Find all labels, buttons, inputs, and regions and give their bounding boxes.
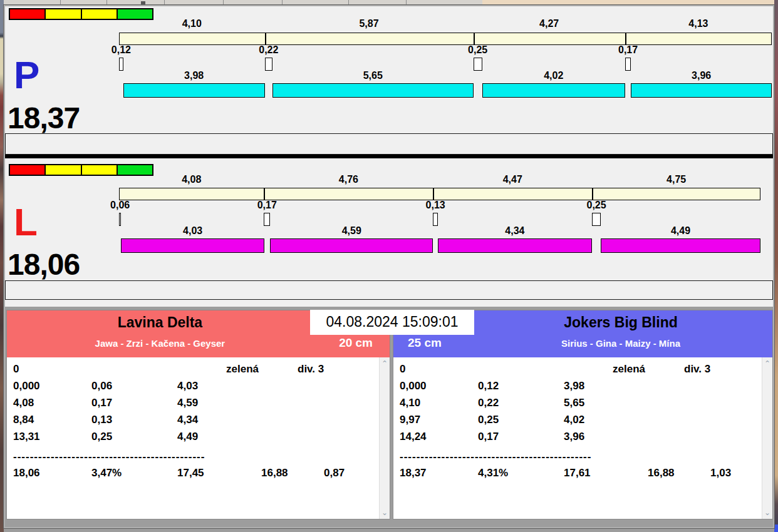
dog-time-label: 4,02: [544, 71, 563, 81]
lane-footer-strip: [5, 133, 773, 155]
table-cell: ----------------------------------------…: [400, 450, 616, 464]
table-row: 4,100,225,65: [393, 396, 772, 413]
table-cell: 0,12: [478, 379, 499, 393]
datetime-display: 04.08.2024 15:09:01: [310, 310, 474, 335]
table-cell: 8,84: [13, 413, 34, 427]
background-window-blue-fragment: [774, 524, 778, 532]
changeover-box: [433, 213, 437, 226]
table-cell: 18,06: [13, 466, 40, 480]
split-time-label: 4,27: [539, 19, 559, 29]
changeover-box: [592, 213, 601, 226]
split-time-bar: [119, 188, 760, 200]
results-rows: 0zelenádiv. 30,0000,123,984,100,225,659,…: [393, 362, 772, 483]
team-panel-right: Jokers Big Blind Sirius - Gina - Maizy -…: [393, 310, 773, 519]
changeover-time-label: 0,06: [110, 200, 130, 210]
flyball-timer-window: P18,374,100,123,985,870,225,654,270,254,…: [4, 5, 774, 528]
table-cell: 4,02: [564, 413, 584, 427]
green-light: [117, 165, 152, 175]
table-cell: 16,88: [648, 466, 675, 480]
split-time-label: 4,10: [182, 19, 202, 29]
changeover-time-label: 0,17: [618, 45, 638, 55]
table-cell: 17,61: [564, 466, 591, 480]
changeover-time-label: 0,25: [468, 45, 487, 55]
dog-time-bar: [482, 83, 625, 98]
table-cell: 1,03: [710, 466, 731, 480]
table-cell: div. 3: [684, 362, 710, 376]
table-row: 0,0000,123,98: [393, 379, 772, 396]
table-cell: div. 3: [298, 362, 324, 376]
changeover-box: [625, 58, 631, 71]
dog-time-bar: [272, 83, 473, 98]
results-table-right: 0zelenádiv. 30,0000,123,984,100,225,659,…: [393, 357, 772, 519]
lane-footer-strip: [5, 280, 773, 300]
yellow-light: [81, 165, 117, 175]
table-row: ----------------------------------------…: [393, 450, 772, 465]
table-cell: 4,49: [177, 430, 198, 444]
dog-time-label: 4,49: [671, 226, 690, 236]
table-cell: 16,88: [261, 466, 288, 480]
dog-time-bar: [601, 238, 760, 253]
results-table-left: 0zelenádiv. 30,0000,064,034,080,174,598,…: [7, 357, 390, 519]
table-cell: 0,25: [478, 413, 499, 427]
table-row: 18,063,47%17,4516,880,87: [7, 466, 390, 483]
table-cell: 4,34: [177, 413, 198, 427]
scroll-down-icon[interactable]: ⌄: [762, 509, 772, 516]
table-cell: 4,03: [177, 379, 198, 393]
results-rows: 0zelenádiv. 30,0000,064,034,080,174,598,…: [7, 362, 390, 483]
dog-time-bar: [123, 83, 265, 98]
start-lights: [9, 164, 153, 176]
split-divider: [592, 188, 593, 200]
changeover-box: [119, 58, 123, 71]
jump-height-badge: 25 cm: [408, 336, 442, 350]
changeover-box: [264, 213, 270, 226]
table-row: 0zelenádiv. 3: [7, 362, 390, 379]
table-row: 0zelenádiv. 3: [393, 362, 772, 379]
scroll-up-icon[interactable]: ⌃: [762, 360, 772, 367]
scroll-up-icon[interactable]: ⌃: [380, 360, 390, 367]
split-divider: [474, 33, 475, 44]
team-name: Jokers Big Blind: [469, 314, 772, 331]
table-row: 13,310,254,49: [7, 430, 390, 447]
dropdown-arrow-icon: [141, 1, 145, 4]
table-cell: 4,08: [13, 396, 34, 410]
table-cell: 9,97: [400, 413, 420, 427]
scroll-down-icon[interactable]: ⌄: [380, 509, 390, 516]
table-row: 0,0000,064,03: [7, 379, 390, 396]
changeover-time-label: 0,13: [426, 200, 445, 210]
table-cell: 0,13: [91, 413, 112, 427]
split-time-label: 5,87: [359, 19, 378, 29]
table-row: 9,970,254,02: [393, 413, 772, 430]
dog-time-label: 4,59: [342, 226, 361, 236]
results-area: Lavina Delta Jawa - Zrzi - Kačena - Geys…: [5, 307, 773, 527]
dog-time-bar: [631, 83, 772, 98]
split-divider: [264, 188, 265, 200]
table-cell: 5,65: [564, 396, 584, 410]
lane-letter-P: P: [14, 59, 39, 91]
vertical-scrollbar[interactable]: ⌃ ⌄: [762, 357, 772, 519]
changeover-box: [474, 58, 482, 71]
dog-time-bar: [438, 238, 592, 253]
changeover-time-label: 0,17: [257, 200, 277, 210]
table-cell: zelená: [226, 362, 259, 376]
vertical-scrollbar[interactable]: ⌃ ⌄: [379, 357, 390, 519]
yellow-light: [44, 165, 80, 175]
changeover-box: [265, 58, 272, 71]
table-cell: 0,25: [91, 430, 112, 444]
table-row: 14,240,173,96: [393, 430, 772, 447]
yellow-light: [44, 9, 80, 19]
lane-L-left: L18,064,080,064,034,760,174,594,470,134,…: [5, 158, 773, 300]
table-cell: 0,17: [478, 430, 499, 444]
split-time-label: 4,76: [339, 175, 358, 185]
changeover-time-label: 0,22: [259, 45, 278, 55]
table-cell: 0,000: [13, 379, 40, 393]
table-row: ----------------------------------------…: [7, 450, 390, 465]
table-cell: 0,87: [324, 466, 345, 480]
split-time-label: 4,47: [503, 175, 522, 185]
table-cell: 0,000: [400, 379, 427, 393]
dog-time-label: 4,34: [505, 226, 524, 236]
table-cell: 4,31%: [478, 466, 508, 480]
split-divider: [625, 33, 626, 44]
lane-P-right: P18,374,100,123,985,870,225,654,270,254,…: [5, 6, 773, 155]
changeover-time-label: 0,25: [586, 200, 606, 210]
dog-time-label: 4,03: [183, 226, 202, 236]
